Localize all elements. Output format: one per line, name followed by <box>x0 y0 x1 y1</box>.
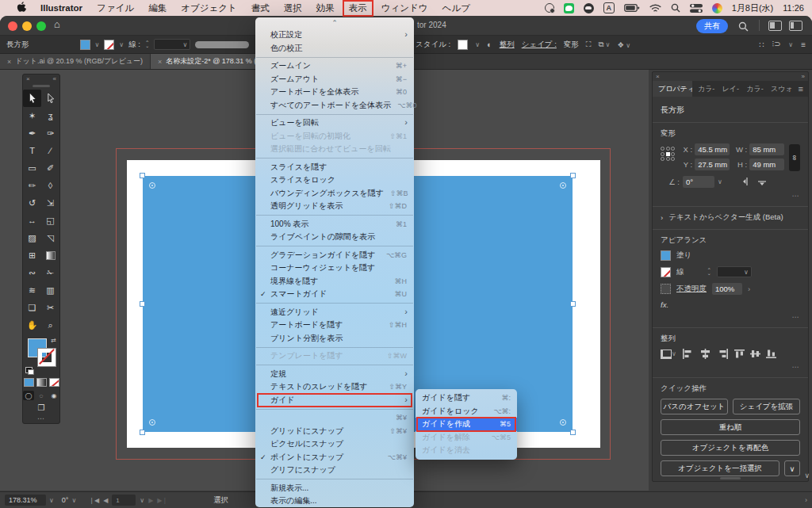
chevron-down-icon[interactable]: ∨ <box>95 41 100 48</box>
transform-link[interactable]: 変形 <box>564 40 579 50</box>
draw-behind-mode[interactable]: ◌ <box>36 391 47 400</box>
wifi-icon[interactable] <box>649 4 661 13</box>
shape-builder-tool[interactable]: ▨ <box>23 229 41 246</box>
chevron-down-icon[interactable]: ∨ <box>49 497 54 504</box>
menu-item-perspective-grid[interactable]: 遠近グリッド <box>255 306 414 319</box>
first-artboard-icon[interactable]: ❘◀ <box>89 497 99 504</box>
chevron-down-icon[interactable]: ∨ <box>140 497 144 504</box>
menu-item-make-guides[interactable]: ガイドを作成⌘5 <box>416 418 517 431</box>
tab-layers[interactable]: レイ- <box>717 81 741 97</box>
document-setup-icon[interactable]: ◐ <box>487 40 492 49</box>
input-source-icon[interactable]: A <box>603 2 615 13</box>
menu-item-hide-corner-widget[interactable]: コーナーウィジェットを隠す <box>255 262 414 275</box>
next-artboard-icon[interactable]: ▶ <box>148 497 153 504</box>
color-button[interactable] <box>24 378 34 387</box>
user-status-icon[interactable] <box>712 3 722 13</box>
gradient-button[interactable] <box>36 378 47 387</box>
blend-tool[interactable]: ∾ <box>23 264 41 281</box>
menu-item-zoom-in[interactable]: ズームイン⌘+ <box>255 59 414 73</box>
tab-properties[interactable]: プロパティ <box>653 81 692 97</box>
stroke-color-swatch[interactable] <box>104 40 114 50</box>
menu-file[interactable]: ファイル <box>90 1 141 16</box>
menu-item-edit-views[interactable]: 表示の編集... <box>255 495 414 508</box>
menu-item-hide-text-threads[interactable]: テキストのスレッドを隠す⇧⌘Y <box>255 380 414 394</box>
chevron-down-icon[interactable]: ∨ <box>718 178 722 185</box>
more-options-icon[interactable]: ⋯ <box>661 312 800 321</box>
menu-effect[interactable]: 効果 <box>309 1 342 16</box>
fill-swatch[interactable] <box>661 250 671 261</box>
reference-point-selector[interactable] <box>661 147 675 161</box>
isolate-icon[interactable]: ⧉ ∨ <box>599 40 611 49</box>
bounding-box-icon[interactable]: ⛶ <box>586 40 592 49</box>
style-swatch[interactable] <box>458 40 468 50</box>
battery-icon[interactable] <box>624 4 640 12</box>
screen-mode-icon[interactable]: ❐ <box>23 403 59 412</box>
more-options-icon[interactable]: ⋯ <box>661 362 800 371</box>
artboard-number-field[interactable]: 1 <box>112 495 136 506</box>
symbol-sprayer-tool[interactable]: ≋ <box>23 281 41 299</box>
menu-item-snap-to-grid[interactable]: グリッドにスナップ⇧⌘¥ <box>255 425 414 438</box>
magic-wand-tool[interactable]: ✶ <box>23 107 41 124</box>
menu-item-rotate-view[interactable]: ビューを回転 <box>255 116 414 130</box>
minimize-window-button[interactable] <box>22 21 32 31</box>
opacity-swatch-icon[interactable] <box>661 284 671 294</box>
menu-item-guides[interactable]: ガイド <box>255 394 414 407</box>
swap-fill-stroke-icon[interactable]: ⇄ <box>51 337 56 344</box>
chevron-right-icon[interactable]: › <box>805 496 807 504</box>
fill-color-swatch[interactable] <box>80 40 90 50</box>
selection-tool[interactable] <box>23 90 41 107</box>
rotate-tool[interactable]: ↺ <box>23 194 41 212</box>
menu-item-color-proof[interactable]: 色の校正 <box>255 42 414 55</box>
rotation-value[interactable]: 0° <box>62 496 69 504</box>
collapse-icon[interactable]: « <box>53 75 56 82</box>
flip-vertical-icon[interactable] <box>758 178 766 187</box>
panel-resize-grip[interactable] <box>720 477 741 479</box>
perspective-grid-tool[interactable]: ◹ <box>41 229 59 246</box>
menu-item-show-transparency-grid[interactable]: 透明グリッドを表示⇧⌘D <box>255 200 414 213</box>
line-app-icon[interactable] <box>564 3 574 13</box>
align-center-icon[interactable] <box>699 349 711 359</box>
zoom-tool[interactable]: ⌕ <box>41 316 59 334</box>
menu-item-proof-setup[interactable]: 校正設定 <box>255 29 414 42</box>
default-fill-stroke-icon[interactable] <box>25 367 33 373</box>
curvature-tool[interactable]: ✑ <box>41 124 59 142</box>
tab-color[interactable]: カラ- <box>692 81 717 97</box>
chevron-down-icon[interactable]: ∨ <box>475 41 480 48</box>
corner-widget[interactable] <box>560 182 566 189</box>
align-right-icon[interactable] <box>717 349 729 359</box>
slice-tool[interactable]: ✂ <box>41 299 59 316</box>
close-window-button[interactable] <box>8 21 17 31</box>
direct-selection-tool[interactable] <box>41 90 59 107</box>
none-button[interactable] <box>49 378 59 387</box>
align-to-artboard-icon[interactable]: ∨ <box>661 349 676 359</box>
eraser-tool[interactable]: ◊ <box>41 177 59 194</box>
workspace-grid-icon[interactable]: ∷ <box>759 40 764 49</box>
tab-color-guide[interactable]: カラ- <box>741 81 765 97</box>
menu-item-hide-artboards[interactable]: アートボードを隠す⇧⌘H <box>255 319 414 332</box>
align-link[interactable]: 整列 <box>500 40 515 50</box>
search-icon[interactable] <box>738 21 749 35</box>
menu-item-actual-size[interactable]: 100% 表示⌘1 <box>255 218 414 231</box>
last-artboard-icon[interactable]: ▶❘ <box>157 497 167 504</box>
expand-shape-button[interactable]: シェイプを拡張 <box>733 399 800 414</box>
selection-handle[interactable] <box>140 173 145 178</box>
x-field[interactable]: 45.5 mm <box>695 143 730 155</box>
menu-item-hide-edges[interactable]: 境界線を隠す⌘H <box>255 275 414 288</box>
offset-path-button[interactable]: パスのオフセット <box>661 399 728 414</box>
menu-illustrator[interactable]: Illustrator <box>33 2 90 14</box>
menu-object[interactable]: オブジェクト <box>174 1 244 16</box>
menu-edit[interactable]: 編集 <box>141 1 174 16</box>
menu-item-smart-guides[interactable]: スマートガイド⌘U <box>255 288 414 301</box>
corner-widget[interactable] <box>149 182 155 189</box>
previous-artboard-icon[interactable]: ◀ <box>103 497 108 504</box>
opacity-label[interactable]: 不透明度 <box>676 284 707 294</box>
menu-item-show-live-paint-gaps[interactable]: ライブペイントの隙間を表示 <box>255 231 414 244</box>
width-tool[interactable]: ↔ <box>23 212 41 229</box>
flip-horizontal-icon[interactable] <box>743 178 751 187</box>
menu-item-lock-guides[interactable]: ガイドをロック⌥⌘: <box>416 405 517 418</box>
more-options-icon[interactable]: ⋯ <box>661 191 800 200</box>
draw-inside-mode[interactable]: ◉ <box>48 391 59 400</box>
menu-item-hide-guides[interactable]: ガイドを隠す⌘: <box>416 392 517 405</box>
workspace-switcher-icon[interactable] <box>789 21 802 31</box>
scale-tool[interactable]: ⇲ <box>41 194 59 212</box>
